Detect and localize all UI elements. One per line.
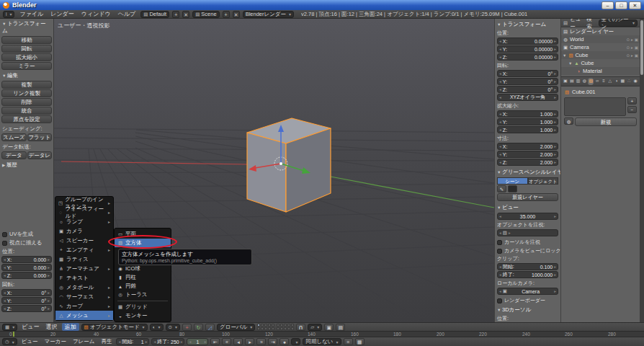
jump-to-end-button[interactable]: ⇥ [268,338,277,345]
scale-x-field[interactable]: X:1.000 [497,110,558,117]
outliner-row-cube-mesh[interactable]: ▼ ▲ Cube [561,59,640,67]
rotation-x-field[interactable]: X:0° [497,70,558,77]
opengl-render-button[interactable]: ▣ [324,324,334,331]
restrict-icons[interactable]: ⊙▸▣ [626,53,638,58]
scene-add-button[interactable]: + [223,11,230,18]
gp-object-toggle[interactable]: オブジェクト [528,177,559,185]
slot-list[interactable] [564,97,626,116]
editor-type-info[interactable]: i [3,11,14,18]
screen-add-button[interactable]: + [172,11,179,18]
outliner-editor-icon[interactable]: ▤ [563,20,568,26]
pivot-dropdown[interactable]: ⊙ [166,324,180,331]
play-button[interactable]: ▸ [245,338,254,345]
timeline-menu-playback[interactable]: 再生 [99,338,114,345]
clip-start-field[interactable]: 開始:0.100 [497,263,558,270]
snap-toggle[interactable]: U [296,324,305,331]
scale-z-field[interactable]: Z:1.000 [497,126,558,133]
tab-texture[interactable]: ▦ [620,78,625,85]
gp-color-swatch[interactable] [508,185,517,192]
menu-render[interactable]: レンダー [48,10,76,18]
restrict-icons[interactable]: ⊙▸▣ [626,45,638,50]
keying-set-dropdown[interactable] [291,338,300,345]
rotation-mode-dropdown[interactable]: XYZオイラー角 [497,94,558,101]
3d-cursor-panel-header[interactable]: 3Dカーソル [495,304,560,314]
menu-item-grid[interactable]: ▦グリッド [115,303,171,311]
mode-dropdown[interactable]: ▧ オブジェクトモード [81,324,148,331]
menu-item-armature[interactable]: ⋔アーマチュア▸ [55,264,113,273]
layer-buttons-right[interactable] [277,324,294,330]
viewport-shading-dropdown[interactable]: ◐ [150,324,164,331]
tab-scene[interactable]: ▥ [576,78,581,85]
tab-material[interactable]: ◑ [614,78,620,85]
menu-item-lattice[interactable]: ▦ラティス [55,254,113,264]
lock-object-field[interactable]: ▧ [497,229,558,236]
menu-item-text[interactable]: Fテキスト [55,273,113,283]
slot-remove-button[interactable]: − [627,106,637,113]
menu-item-curve[interactable]: ∿カーブ▸ [55,301,113,311]
scroll-thumb[interactable] [640,20,643,75]
dimensions-z-field[interactable]: Z:2.000 [497,159,558,166]
tab-render-layers[interactable]: ▤ [569,78,575,85]
minimize-button[interactable]: – [601,1,614,9]
duplicate-linked-button[interactable]: リンク複製 [1,89,52,97]
mirror-button[interactable]: ミラー [1,62,52,70]
location-z-field[interactable]: Z:0.00000 [497,53,558,61]
duplicate-button[interactable]: 複製 [1,81,52,89]
menu-item-force-field[interactable]: ◌フォースフィールド▸ [55,208,113,217]
location-x-field[interactable]: X:0.00000 [497,37,558,45]
slot-add-button[interactable]: + [627,97,637,105]
screen-delete-button[interactable]: ✕ [182,11,189,18]
delete-button[interactable]: 削除 [1,98,52,106]
dimensions-x-field[interactable]: X:2.000 [497,143,558,150]
outliner-row-material[interactable]: ◑ Material [561,67,640,75]
redo-rotation-z[interactable]: Z:0° [1,305,52,312]
view-menu[interactable]: ビュー [19,323,41,331]
timeline-menu-view[interactable]: ビュー [19,338,40,345]
menu-item-plane[interactable]: ▭平面 [115,230,171,239]
transform-panel-header[interactable]: トランスフォーム [495,19,560,29]
rotate-button[interactable]: 回転 [1,45,52,53]
menu-item-speaker[interactable]: ◁スピーカー [55,236,113,245]
right-scrollbar[interactable] [640,19,644,322]
editor-type-3d[interactable]: ▦ [2,324,17,331]
scene-delete-button[interactable]: ✕ [233,11,240,18]
timeline-option-icon-2[interactable]: ▦ [355,338,365,345]
menu-item-ico-sphere[interactable]: ◉ICO球 [115,265,171,273]
manipulator-translate-toggle[interactable]: + [182,324,192,331]
play-reverse-button[interactable]: ◂ [233,338,243,345]
select-menu[interactable]: 選択 [44,323,60,331]
new-gp-layer-button[interactable]: 新規レイヤー [497,193,558,201]
menu-item-monkey[interactable]: ◒モンキー [115,311,171,320]
data-transfer-button[interactable]: データ [1,151,27,159]
expand-triangle-icon[interactable]: ▼ [563,53,566,58]
browse-material-icon[interactable]: ◍ [564,117,573,125]
outliner-row-world[interactable]: ◍ World ⊙▸▣ [561,35,640,43]
panel-history-header[interactable]: 履歴 [0,160,53,169]
orientation-dropdown[interactable]: グローバル [217,324,255,331]
timeline-menu-frame[interactable]: フレーム [71,338,97,345]
menu-item-surface[interactable]: ◠サーフェス▸ [55,292,113,301]
scene-selector[interactable]: ▤ Scene [192,11,219,18]
lens-field[interactable]: 35.000 [497,213,558,220]
auto-keyframe-button[interactable]: ● [279,338,289,345]
tab-world[interactable]: ◍ [581,78,587,85]
rotation-y-field[interactable]: Y:0° [497,78,558,85]
redo-location-x[interactable]: X:0.000 [1,256,52,263]
menu-file[interactable]: ファイル [17,10,45,18]
menu-item-cube[interactable]: ▧立方体 [115,239,171,247]
gp-draw-icon[interactable]: ✎ [497,185,506,192]
menu-item-metaball[interactable]: ◎メタボール▸ [55,283,113,292]
editor-type-timeline[interactable]: ◷ [2,338,17,345]
tab-physics[interactable]: ◉ [632,78,638,85]
panel-transform-header[interactable]: トランスフォーム [0,19,53,35]
next-keyframe-button[interactable]: » [256,338,266,345]
outliner-row-camera[interactable]: ▣ Camera ⊙▸▣ [561,43,640,51]
av-sync-dropdown[interactable]: 同期しない [303,338,341,345]
render-border-checkbox[interactable] [497,298,502,303]
scale-y-field[interactable]: Y:1.000 [497,118,558,125]
window-titlebar[interactable]: Blender – □ ✕ [0,0,644,10]
scale-button[interactable]: 拡大縮小 [1,53,52,61]
tab-render[interactable]: ▣ [563,78,568,85]
outliner-row-cube-object[interactable]: ▼ ▧ Cube ⊙▸▣ [561,51,640,59]
menu-item-camera[interactable]: ▣カメラ [55,226,113,236]
